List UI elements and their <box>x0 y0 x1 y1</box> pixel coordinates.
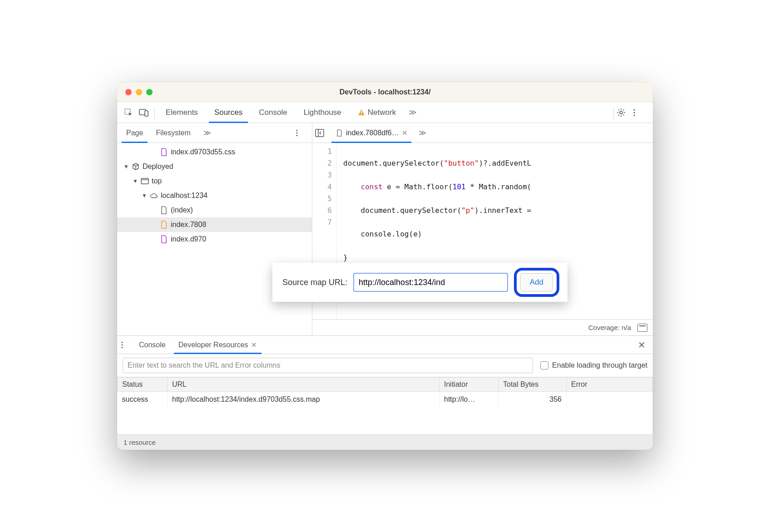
code-number: 101 <box>453 182 466 191</box>
sidebar-options-button[interactable] <box>296 129 309 137</box>
svg-point-10 <box>296 132 298 133</box>
sidebar-tab-filesystem[interactable]: Filesystem <box>149 123 197 143</box>
close-tab-icon[interactable]: ✕ <box>402 129 408 137</box>
line-number: 5 <box>312 193 332 205</box>
code-keyword: const <box>343 182 383 191</box>
inspect-element-icon[interactable] <box>121 105 136 120</box>
checkbox-icon <box>540 361 548 369</box>
tab-elements[interactable]: Elements <box>158 102 206 123</box>
tab-console[interactable]: Console <box>251 102 295 123</box>
warning-icon <box>358 109 365 116</box>
sidebar-tabs: Page Filesystem ≫ <box>117 123 312 143</box>
drawer: Console Developer Resources ✕ ✕ Enable l… <box>117 335 653 450</box>
line-number: 1 <box>312 146 332 158</box>
divider <box>613 106 614 119</box>
code-text: ).innerText = <box>474 206 531 215</box>
tab-lighthouse-label: Lighthouse <box>304 108 341 117</box>
expand-pane-icon[interactable] <box>637 324 647 332</box>
col-label: Status <box>122 380 143 388</box>
checkbox-label: Enable loading through target <box>552 361 647 369</box>
svg-rect-2 <box>145 111 148 116</box>
svg-point-16 <box>122 342 123 343</box>
tree-host[interactable]: ▼ localhost:1234 <box>117 188 312 203</box>
col-status[interactable]: Status <box>118 378 168 392</box>
code-text: * Math.random( <box>466 182 532 191</box>
file-label: index.d9703d55.css <box>171 148 235 156</box>
tab-network-label: Network <box>368 108 396 117</box>
col-label: Total Bytes <box>503 380 538 388</box>
enable-loading-checkbox[interactable]: Enable loading through target <box>540 361 647 369</box>
svg-point-8 <box>633 114 635 116</box>
sidebar-more-tabs[interactable]: ≫ <box>197 123 217 143</box>
file-css[interactable]: index.d9703d55.css <box>117 145 312 159</box>
tab-lighthouse[interactable]: Lighthouse <box>296 102 350 123</box>
cell-total-bytes: 356 <box>499 392 567 408</box>
svg-point-17 <box>122 344 123 345</box>
sidebar-tab-page[interactable]: Page <box>120 123 149 143</box>
drawer-options-button[interactable] <box>121 341 133 349</box>
coverage-label: Coverage: n/a <box>588 324 631 331</box>
code-text: document.querySelector( <box>343 206 461 215</box>
cell-status: success <box>118 392 168 408</box>
js-file-icon <box>160 220 168 229</box>
editor-pane: index.7808df6… ✕ ≫ 1 2 3 4 5 6 7 documen… <box>312 123 653 335</box>
file-js[interactable]: index.7808 <box>117 217 312 232</box>
code-text: } <box>343 253 348 262</box>
drawer-tab-dev-resources[interactable]: Developer Resources ✕ <box>172 336 263 354</box>
close-tab-icon[interactable]: ✕ <box>251 341 257 349</box>
table-row[interactable]: success http://localhost:1234/index.d970… <box>118 392 653 408</box>
more-options-button[interactable] <box>633 108 649 117</box>
code-text: document.querySelector( <box>343 159 444 167</box>
css-file-icon <box>160 148 168 157</box>
devtools-window: DevTools - localhost:1234/ Elements Sour… <box>117 82 653 450</box>
cell-error <box>567 392 653 408</box>
cell-url: http://localhost:1234/index.d9703d55.css… <box>168 392 439 408</box>
drawer-tab-console[interactable]: Console <box>133 336 172 354</box>
editor-more-tabs[interactable]: ≫ <box>414 123 431 143</box>
more-tabs-button[interactable]: ≫ <box>404 102 421 123</box>
add-button-highlight: Add <box>514 268 559 297</box>
tree-deployed[interactable]: ▼ Deployed <box>117 159 312 174</box>
window-title: DevTools - localhost:1234/ <box>117 88 653 96</box>
code-text: console.log(e) <box>343 230 422 238</box>
drawer-tab-label: Console <box>139 341 166 349</box>
file-tree: index.d9703d55.css ▼ Deployed ▼ top ▼ lo… <box>117 143 312 335</box>
coverage-bar: Coverage: n/a <box>312 319 653 335</box>
line-number: 3 <box>312 169 332 181</box>
tab-elements-label: Elements <box>166 108 198 117</box>
sources-sidebar: Page Filesystem ≫ index.d9703d55.css ▼ D… <box>117 123 312 335</box>
cube-icon <box>132 162 140 171</box>
drawer-close-button[interactable]: ✕ <box>634 340 649 350</box>
col-url[interactable]: URL <box>168 378 439 392</box>
col-initiator[interactable]: Initiator <box>439 378 499 392</box>
tab-network[interactable]: Network <box>350 102 404 123</box>
tree-top[interactable]: ▼ top <box>117 174 312 188</box>
editor-tab-active[interactable]: index.7808df6… ✕ <box>331 123 412 143</box>
line-number: 2 <box>312 158 332 169</box>
file-label: index.7808 <box>171 221 206 229</box>
sidebar-tab-filesystem-label: Filesystem <box>156 129 190 137</box>
search-input[interactable] <box>123 358 533 373</box>
file-css-2[interactable]: index.d970 <box>117 232 312 246</box>
file-index[interactable]: (index) <box>117 203 312 217</box>
col-error[interactable]: Error <box>567 378 653 392</box>
col-total-bytes[interactable]: Total Bytes <box>499 378 567 392</box>
tab-sources-label: Sources <box>214 108 242 117</box>
add-button[interactable]: Add <box>520 273 553 291</box>
device-toggle-icon[interactable] <box>136 105 152 120</box>
svg-point-6 <box>633 109 635 110</box>
col-label: Initiator <box>444 380 468 388</box>
toggle-navigator-icon[interactable] <box>315 129 329 137</box>
status-bar: 1 resource <box>117 434 653 450</box>
code-string: "button" <box>444 159 479 167</box>
caret-icon: ▼ <box>142 192 147 199</box>
source-map-url-input[interactable] <box>354 273 508 291</box>
drawer-tabs: Console Developer Resources ✕ ✕ <box>117 336 653 354</box>
resources-table: Status URL Initiator Total Bytes Error s… <box>117 377 653 434</box>
svg-point-5 <box>620 111 622 114</box>
tab-sources[interactable]: Sources <box>206 102 251 123</box>
svg-point-11 <box>296 135 298 136</box>
settings-button[interactable] <box>617 108 633 117</box>
frame-icon <box>141 177 149 186</box>
tab-console-label: Console <box>259 108 287 117</box>
